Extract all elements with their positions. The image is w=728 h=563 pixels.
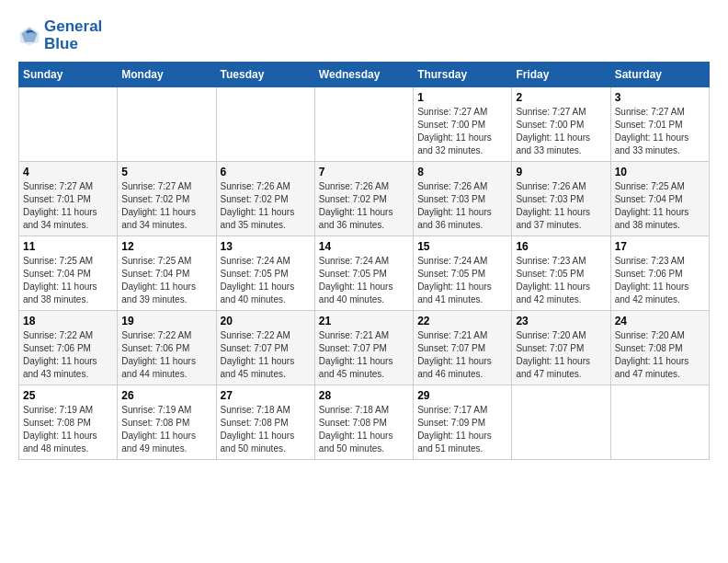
day-info: Sunrise: 7:22 AMSunset: 7:06 PMDaylight:… (121, 329, 211, 381)
day-number: 6 (221, 166, 311, 178)
calendar-cell: 5Sunrise: 7:27 AMSunset: 7:02 PMDaylight… (118, 162, 216, 236)
day-number: 20 (221, 315, 311, 327)
calendar-cell: 13Sunrise: 7:24 AMSunset: 7:05 PMDayligh… (216, 236, 314, 311)
calendar-cell: 19Sunrise: 7:22 AMSunset: 7:06 PMDayligh… (118, 311, 216, 385)
calendar-cell: 24Sunrise: 7:20 AMSunset: 7:08 PMDayligh… (610, 311, 709, 385)
calendar-week-row: 1Sunrise: 7:27 AMSunset: 7:00 PMDaylight… (19, 87, 710, 162)
calendar-cell: 27Sunrise: 7:18 AMSunset: 7:08 PMDayligh… (216, 385, 314, 460)
calendar-cell: 26Sunrise: 7:19 AMSunset: 7:08 PMDayligh… (118, 385, 216, 460)
calendar-cell: 25Sunrise: 7:19 AMSunset: 7:08 PMDayligh… (19, 385, 118, 460)
calendar-cell: 17Sunrise: 7:23 AMSunset: 7:06 PMDayligh… (610, 236, 709, 311)
day-number: 3 (615, 91, 705, 104)
day-number: 7 (319, 166, 409, 178)
day-info: Sunrise: 7:26 AMSunset: 7:02 PMDaylight:… (221, 180, 311, 232)
day-info: Sunrise: 7:26 AMSunset: 7:03 PMDaylight:… (516, 180, 606, 232)
day-number: 15 (417, 240, 507, 253)
column-header-thursday: Thursday (414, 63, 512, 87)
day-number: 28 (319, 389, 409, 402)
day-info: Sunrise: 7:27 AMSunset: 7:02 PMDaylight:… (121, 180, 211, 232)
calendar-cell (610, 385, 709, 460)
day-info: Sunrise: 7:26 AMSunset: 7:03 PMDaylight:… (417, 180, 507, 232)
day-number: 24 (615, 315, 705, 327)
day-info: Sunrise: 7:24 AMSunset: 7:05 PMDaylight:… (319, 255, 409, 306)
day-number: 23 (516, 315, 606, 327)
day-number: 17 (615, 240, 705, 253)
calendar-cell: 6Sunrise: 7:26 AMSunset: 7:02 PMDaylight… (216, 162, 314, 236)
calendar-cell: 21Sunrise: 7:21 AMSunset: 7:07 PMDayligh… (314, 311, 413, 385)
calendar-cell (512, 385, 610, 460)
day-number: 27 (221, 389, 311, 402)
day-number: 2 (516, 91, 606, 104)
column-header-tuesday: Tuesday (216, 63, 314, 87)
day-info: Sunrise: 7:27 AMSunset: 7:01 PMDaylight:… (615, 106, 705, 157)
calendar-cell (216, 87, 314, 162)
calendar-cell: 10Sunrise: 7:25 AMSunset: 7:04 PMDayligh… (610, 162, 709, 236)
day-info: Sunrise: 7:21 AMSunset: 7:07 PMDaylight:… (417, 329, 507, 381)
calendar-cell: 7Sunrise: 7:26 AMSunset: 7:02 PMDaylight… (314, 162, 413, 236)
logo-text: General Blue (44, 18, 102, 52)
calendar-cell: 20Sunrise: 7:22 AMSunset: 7:07 PMDayligh… (216, 311, 314, 385)
calendar-week-row: 4Sunrise: 7:27 AMSunset: 7:01 PMDaylight… (19, 162, 710, 236)
logo: General Blue (18, 18, 102, 52)
day-info: Sunrise: 7:24 AMSunset: 7:05 PMDaylight:… (417, 255, 507, 306)
column-header-saturday: Saturday (610, 63, 709, 87)
day-info: Sunrise: 7:25 AMSunset: 7:04 PMDaylight:… (23, 255, 113, 306)
day-number: 25 (23, 389, 113, 402)
day-number: 8 (417, 166, 507, 178)
day-number: 19 (121, 315, 211, 327)
day-number: 18 (23, 315, 113, 327)
day-number: 5 (121, 166, 211, 178)
calendar-cell: 3Sunrise: 7:27 AMSunset: 7:01 PMDaylight… (610, 87, 709, 162)
day-number: 9 (516, 166, 606, 178)
day-info: Sunrise: 7:24 AMSunset: 7:05 PMDaylight:… (221, 255, 311, 306)
day-info: Sunrise: 7:25 AMSunset: 7:04 PMDaylight:… (121, 255, 211, 306)
calendar-table: SundayMondayTuesdayWednesdayThursdayFrid… (18, 62, 710, 460)
day-info: Sunrise: 7:27 AMSunset: 7:00 PMDaylight:… (516, 106, 606, 157)
day-number: 4 (23, 166, 113, 178)
day-number: 11 (23, 240, 113, 253)
calendar-cell (118, 87, 216, 162)
day-info: Sunrise: 7:23 AMSunset: 7:05 PMDaylight:… (516, 255, 606, 306)
calendar-week-row: 25Sunrise: 7:19 AMSunset: 7:08 PMDayligh… (19, 385, 710, 460)
day-info: Sunrise: 7:23 AMSunset: 7:06 PMDaylight:… (615, 255, 705, 306)
day-number: 14 (319, 240, 409, 253)
day-number: 26 (121, 389, 211, 402)
day-info: Sunrise: 7:27 AMSunset: 7:01 PMDaylight:… (23, 180, 113, 232)
calendar-header-row: SundayMondayTuesdayWednesdayThursdayFrid… (19, 63, 710, 87)
calendar-cell: 28Sunrise: 7:18 AMSunset: 7:08 PMDayligh… (314, 385, 413, 460)
column-header-friday: Friday (512, 63, 610, 87)
day-info: Sunrise: 7:20 AMSunset: 7:08 PMDaylight:… (615, 329, 705, 381)
calendar-cell: 14Sunrise: 7:24 AMSunset: 7:05 PMDayligh… (314, 236, 413, 311)
day-number: 1 (417, 91, 507, 104)
day-info: Sunrise: 7:25 AMSunset: 7:04 PMDaylight:… (615, 180, 705, 232)
day-number: 22 (417, 315, 507, 327)
day-info: Sunrise: 7:18 AMSunset: 7:08 PMDaylight:… (221, 404, 311, 455)
calendar-week-row: 18Sunrise: 7:22 AMSunset: 7:06 PMDayligh… (19, 311, 710, 385)
day-info: Sunrise: 7:27 AMSunset: 7:00 PMDaylight:… (417, 106, 507, 157)
calendar-cell: 1Sunrise: 7:27 AMSunset: 7:00 PMDaylight… (414, 87, 512, 162)
column-header-monday: Monday (118, 63, 216, 87)
calendar-cell: 4Sunrise: 7:27 AMSunset: 7:01 PMDaylight… (19, 162, 118, 236)
calendar-cell: 16Sunrise: 7:23 AMSunset: 7:05 PMDayligh… (512, 236, 610, 311)
day-number: 10 (615, 166, 705, 178)
day-info: Sunrise: 7:22 AMSunset: 7:07 PMDaylight:… (221, 329, 311, 381)
calendar-cell: 12Sunrise: 7:25 AMSunset: 7:04 PMDayligh… (118, 236, 216, 311)
calendar-cell: 11Sunrise: 7:25 AMSunset: 7:04 PMDayligh… (19, 236, 118, 311)
day-number: 12 (121, 240, 211, 253)
day-info: Sunrise: 7:20 AMSunset: 7:07 PMDaylight:… (516, 329, 606, 381)
calendar-cell: 22Sunrise: 7:21 AMSunset: 7:07 PMDayligh… (414, 311, 512, 385)
day-info: Sunrise: 7:17 AMSunset: 7:09 PMDaylight:… (417, 404, 507, 455)
day-info: Sunrise: 7:19 AMSunset: 7:08 PMDaylight:… (121, 404, 211, 455)
column-header-wednesday: Wednesday (314, 63, 413, 87)
calendar-cell: 15Sunrise: 7:24 AMSunset: 7:05 PMDayligh… (414, 236, 512, 311)
day-info: Sunrise: 7:26 AMSunset: 7:02 PMDaylight:… (319, 180, 409, 232)
calendar-cell: 18Sunrise: 7:22 AMSunset: 7:06 PMDayligh… (19, 311, 118, 385)
calendar-cell: 29Sunrise: 7:17 AMSunset: 7:09 PMDayligh… (414, 385, 512, 460)
calendar-cell: 23Sunrise: 7:20 AMSunset: 7:07 PMDayligh… (512, 311, 610, 385)
calendar-cell (19, 87, 118, 162)
day-info: Sunrise: 7:22 AMSunset: 7:06 PMDaylight:… (23, 329, 113, 381)
day-number: 16 (516, 240, 606, 253)
column-header-sunday: Sunday (19, 63, 118, 87)
day-number: 13 (221, 240, 311, 253)
calendar-cell (314, 87, 413, 162)
